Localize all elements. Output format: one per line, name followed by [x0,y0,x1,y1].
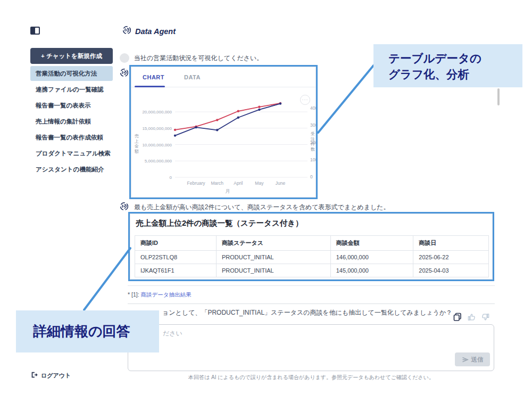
svg-text:February: February [187,181,206,186]
deals-table: 商談ID商談ステータス商談金額商談日 OLP22STLQ8PRODUCT_INI… [135,235,489,277]
new-chat-button[interactable]: + チャットを新規作成 [30,48,113,64]
table-header-cell: 商談金額 [330,236,413,251]
sidebar-item[interactable]: 営業活動の可視化方法 [30,66,113,81]
message-actions [453,313,489,321]
user-avatar [120,53,129,63]
table-row: IJKAQT61F1PRODUCT_INITIAL145,000,0002025… [135,264,489,277]
footnote: * [1]: 商談データ抽出結果 [128,291,192,299]
footnote-prefix: * [1]: [128,291,141,298]
table-card: 売上金額上位2件の商談一覧（ステータス付き） 商談ID商談ステータス商談金額商談… [130,214,493,280]
divider [128,285,495,286]
svg-text:0: 0 [310,174,313,179]
table-cell: 146,000,000 [330,251,413,264]
message-input[interactable]: ださい 送信 [128,324,494,371]
scrollbar-thumb[interactable] [497,88,500,105]
table-cell: 145,000,000 [330,264,413,277]
input-placeholder: ださい [163,329,182,338]
svg-text:June: June [276,181,286,186]
svg-text:数: 数 [311,147,315,152]
callout-table-annotation: 詳細情報の回答 [16,310,159,352]
svg-text:売: 売 [135,134,139,138]
svg-text:5,000,000,000: 5,000,000,000 [145,159,172,163]
ai-disclaimer: 本回答は AI によるもので誤りが含まれる場合があります。参照元データもあわせて… [128,374,495,381]
table-header-cell: 商談ステータス [216,236,330,251]
logout-button[interactable]: ログアウト [30,371,71,380]
sidebar-item[interactable]: 報告書一覧の表作成依頼 [30,130,113,145]
followup-suggestion-text: ョンとして、「PRODUCT_INITIAL」ステータスの商談を他にも抽出して一… [128,308,495,317]
thumbs-down-icon[interactable] [481,313,489,321]
sidebar-nav: 営業活動の可視化方法連携ファイルの一覧確認報告書一覧の表表示売上情報の集計依頼報… [30,66,113,178]
svg-text:400: 400 [310,105,317,111]
table-header-cell: 商談日 [413,236,489,251]
chart-tabbar: CHART DATA [131,67,315,87]
svg-text:0: 0 [170,175,172,180]
send-button[interactable]: 送信 [455,352,490,366]
brand-logo-icon [122,26,131,37]
active-tab-indicator [135,86,165,87]
table-cell: 2025-04-03 [413,264,489,277]
svg-text:月: 月 [226,188,230,194]
svg-text:10,000,000,000: 10,000,000,000 [142,143,172,147]
table-row: OLP22STLQ8PRODUCT_INITIAL146,000,0002025… [135,251,489,264]
svg-text:April: April [234,181,243,186]
agent-message-text: 最も売上金額が高い商談2件について、商談ステータスを含めて表形式でまとめました。 [134,203,390,212]
callout-line2: グラフ化、分析 [388,67,522,83]
svg-text:20,000,000,000: 20,000,000,000 [142,110,172,114]
sidebar-item[interactable]: アシスタントの機能紹介 [30,162,113,177]
svg-text:注: 注 [310,137,315,142]
svg-text:May: May [255,181,264,186]
table-cell: OLP22STLQ8 [135,251,217,264]
callout-line1: テーブルデータの [388,51,522,67]
svg-text:受: 受 [311,132,315,136]
chart-card: CHART DATA ··· 05,000,000,00010,000,000,… [131,67,316,198]
user-message-row: 当社の営業活動状況を可視化してください。 [120,53,263,63]
logout-label: ログアウト [41,372,71,380]
agent-avatar [120,68,129,79]
app-brand: Data Agent [122,26,176,37]
table-cell: IJKAQT61F1 [135,264,217,277]
svg-text:上: 上 [134,139,139,144]
tab-data[interactable]: DATA [184,74,201,80]
brand-name: Data Agent [135,27,176,36]
table-header-cell: 商談ID [135,236,217,251]
send-label: 送信 [471,356,484,364]
footnote-source-link[interactable]: 商談データ抽出結果 [141,291,192,298]
svg-text:金: 金 [134,144,139,149]
table-title: 売上金額上位2件の商談一覧（ステータス付き） [136,218,303,228]
sidebar-item[interactable]: 連携ファイルの一覧確認 [30,82,113,97]
tab-chart[interactable]: CHART [143,74,164,80]
sidebar-item[interactable]: プロダクトマニュアル検索 [30,146,113,161]
send-icon [462,357,469,363]
app-window: + チャットを新規作成 営業活動の可視化方法連携ファイルの一覧確認報告書一覧の表… [0,0,532,402]
svg-text:額: 額 [135,149,139,154]
svg-text:15,000,000,000: 15,000,000,000 [142,126,172,131]
svg-text:件: 件 [311,142,315,146]
copy-icon[interactable] [453,313,462,321]
table-cell: 2025-06-22 [413,251,489,264]
divider [128,303,495,304]
svg-text:100: 100 [310,157,317,162]
table-cell: PRODUCT_INITIAL [216,251,330,264]
callout-chart-annotation: テーブルデータの グラフ化、分析 [373,44,522,87]
sidebar-item[interactable]: 報告書一覧の表表示 [30,98,113,113]
svg-text:March: March [211,181,223,186]
table-cell: PRODUCT_INITIAL [216,264,330,277]
sidebar-toggle-icon[interactable] [30,27,40,35]
user-message-text: 当社の営業活動状況を可視化してください。 [134,54,263,63]
svg-text:300: 300 [310,122,317,128]
sidebar-item[interactable]: 売上情報の集計依頼 [30,114,113,129]
logout-icon [30,371,38,380]
agent-avatar [120,202,129,213]
thumbs-up-icon[interactable] [468,313,476,321]
line-chart: 05,000,000,00010,000,000,00015,000,000,0… [131,91,317,197]
